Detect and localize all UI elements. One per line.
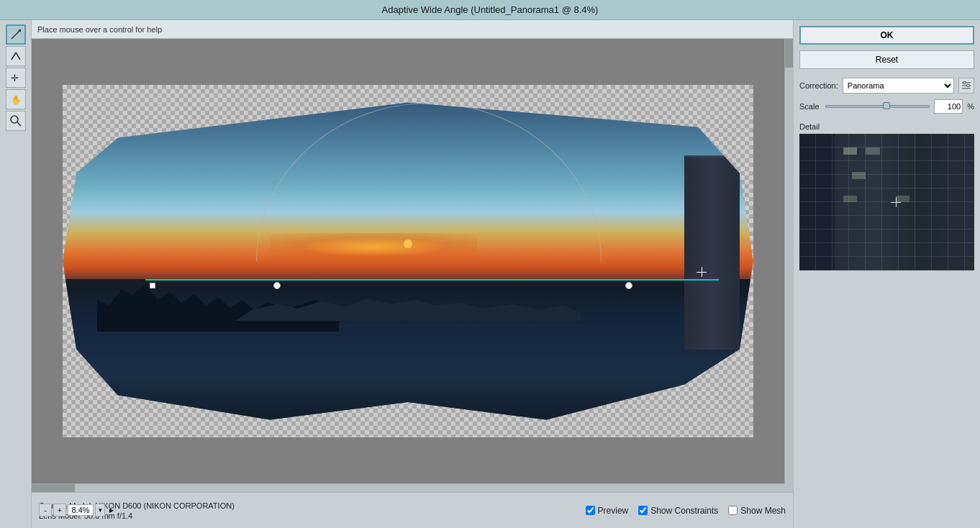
title-text: Adaptive Wide Angle (Untitled_Panorama1 … (382, 4, 599, 15)
settings-icon (962, 81, 971, 90)
left-toolbar: ✛ ✋ (0, 20, 32, 528)
polygon-tool-btn[interactable] (6, 46, 26, 66)
preview-checkbox[interactable] (586, 506, 595, 515)
control-point-mid2[interactable] (625, 282, 632, 289)
canvas-area: Place mouse over a control for help (32, 20, 793, 528)
ok-button[interactable]: OK (799, 26, 974, 45)
right-panel: OK Reset Correction: Panorama Auto Full … (793, 20, 980, 528)
hint-text: Place mouse over a control for help (37, 25, 162, 34)
correction-row: Correction: Panorama Auto Full Spherical… (799, 78, 974, 94)
status-bar: Camera Model: NIKON D600 (NIKON CORPORAT… (32, 492, 793, 528)
detail-preview (799, 134, 974, 270)
zoom-controls: - + 8.4% ▾ ▸ (39, 504, 117, 516)
show-constraints-checkbox-label[interactable]: Show Constraints (638, 506, 718, 516)
preview-checkbox-label[interactable]: Preview (586, 506, 629, 516)
svg-line-3 (16, 53, 20, 60)
scrollbar-corner (784, 483, 793, 492)
svg-line-2 (12, 53, 16, 60)
correction-settings-btn[interactable] (958, 78, 974, 94)
scale-row: Scale % (799, 99, 974, 114)
reset-button[interactable]: Reset (799, 50, 974, 69)
control-point-start[interactable] (150, 283, 155, 288)
constraint-line (145, 279, 719, 281)
svg-text:✋: ✋ (11, 94, 22, 105)
move-tool-icon: ✛ (9, 71, 22, 84)
svg-line-7 (17, 122, 21, 126)
svg-rect-12 (967, 85, 969, 87)
svg-text:✛: ✛ (11, 73, 19, 83)
detail-section: Detail (799, 122, 974, 270)
show-constraints-checkbox[interactable] (638, 506, 648, 515)
vertical-scrollbar[interactable] (784, 39, 793, 483)
zoom-tool-btn[interactable] (6, 111, 26, 131)
move-tool-btn[interactable]: ✛ (6, 68, 26, 88)
polygon-tool-icon (9, 50, 22, 63)
show-mesh-label: Show Mesh (740, 506, 786, 516)
preview-label: Preview (598, 506, 629, 516)
scale-slider-thumb[interactable] (883, 102, 890, 109)
zoom-dropdown-btn[interactable]: ▾ (95, 504, 105, 516)
control-point-mid1[interactable] (273, 282, 281, 289)
show-mesh-checkbox[interactable] (728, 506, 738, 515)
detail-label: Detail (799, 122, 974, 131)
scale-slider[interactable] (825, 100, 930, 113)
scale-value-input[interactable] (934, 99, 963, 114)
line-endpoint-crosshair (697, 267, 707, 277)
horizontal-scrollbar-thumb[interactable] (32, 484, 75, 492)
scale-percent: % (967, 102, 974, 111)
canvas-inner (32, 39, 784, 483)
svg-point-6 (11, 116, 18, 123)
vertical-scrollbar-thumb[interactable] (785, 39, 793, 68)
horizontal-scrollbar[interactable] (32, 483, 784, 492)
scale-label: Scale (799, 102, 821, 111)
show-mesh-checkbox-label[interactable]: Show Mesh (728, 506, 786, 516)
svg-line-0 (12, 30, 20, 39)
canvas-viewport (32, 39, 784, 483)
show-constraints-label: Show Constraints (650, 506, 718, 516)
zoom-minus-btn[interactable]: - (39, 504, 52, 516)
title-bar: Adaptive Wide Angle (Untitled_Panorama1 … (0, 0, 980, 20)
main-layout: ✛ ✋ Place mouse over a control for help (0, 20, 980, 528)
detail-preview-crosshair (891, 197, 901, 207)
svg-rect-11 (963, 82, 966, 84)
hand-tool-btn[interactable]: ✋ (6, 89, 26, 109)
zoom-tool-icon (9, 114, 22, 127)
zoom-right-arrow[interactable]: ▸ (106, 505, 117, 515)
hint-bar: Place mouse over a control for help (32, 20, 793, 39)
scale-slider-track (825, 105, 930, 108)
scroll-and-canvas[interactable] (32, 39, 793, 492)
zoom-value: 8.4% (68, 504, 94, 516)
hand-tool-icon: ✋ (9, 93, 22, 106)
status-checkboxes: Preview Show Constraints Show Mesh (586, 506, 786, 516)
correction-select[interactable]: Panorama Auto Full Spherical Perspective (843, 78, 954, 94)
constraint-tool-btn[interactable] (6, 24, 26, 45)
zoom-plus-btn[interactable]: + (53, 504, 66, 516)
constraint-tool-icon (9, 28, 22, 41)
correction-label: Correction: (799, 81, 838, 90)
panorama-container (63, 85, 753, 437)
